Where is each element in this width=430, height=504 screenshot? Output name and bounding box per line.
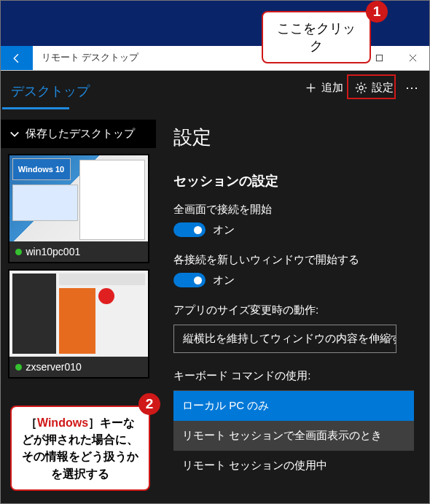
badge-1-text: 1 [373,4,381,20]
resize-value: 縦横比を維持してウィンドウの内容を伸縮す [183,332,396,344]
more-button[interactable]: ⋯ [405,80,419,96]
tab-desktop[interactable]: デスクトップ [1,78,100,107]
desktop-thumbnail [9,271,148,357]
maximize-icon [375,54,383,62]
add-label: 追加 [321,81,343,95]
new-window-toggle[interactable]: オン [173,273,416,287]
annotation-badge-1: 1 [366,1,388,23]
add-button[interactable]: 追加 [305,81,343,95]
settings-panel: 設定 セッションの設定 全画面で接続を開始 オン 各接続を新しいウィンドウで開始… [156,104,429,503]
keyboard-option-local[interactable]: ローカル PC のみ [173,391,414,421]
toolbar: 追加 設定 ⋯ [156,71,429,104]
tab-underline [2,107,69,109]
saved-desktops-header[interactable]: 保存したデスクトップ [1,120,156,148]
desktop-card[interactable]: Windows 10 win10pc001 [8,154,149,263]
fullscreen-label: 全画面で接続を開始 [173,203,416,217]
callout-1-text: ここをクリック [277,21,356,53]
desktop-name: zxserver010 [26,361,82,373]
back-button[interactable] [1,46,33,70]
desktop-thumbnail: Windows 10 [9,155,148,241]
desktop-card-label: win10pc001 [9,241,148,262]
gear-icon [355,82,367,94]
ellipsis-icon: ⋯ [405,80,419,96]
toggle-track [173,273,206,287]
desktop-card-label: zxserver010 [9,357,148,377]
toggle-state-text: オン [213,223,235,237]
plus-icon [305,82,317,94]
back-arrow-icon [10,52,23,65]
status-dot-icon [15,249,22,255]
close-button[interactable] [396,46,429,71]
page-title: 設定 [173,125,416,150]
keyboard-label: キーボード コマンドの使用: [173,369,416,383]
saved-desktops-label: 保存したデスクトップ [26,127,135,141]
svg-point-6 [359,85,363,89]
chevron-down-icon [9,129,20,139]
new-window-label: 各接続を新しいウィンドウで開始する [173,253,416,267]
keyboard-option-fullscreen[interactable]: リモート セッションで全画面表示のとき [173,421,414,451]
settings-label: 設定 [372,81,394,95]
callout-1: ここをクリック [262,11,371,63]
session-section-title: セッションの設定 [173,172,416,190]
settings-button[interactable]: 設定 [355,81,394,95]
toggle-track [173,222,206,237]
status-dot-icon [15,364,22,371]
callout-2: ［Windows］キーなどが押された場合に、その情報をどう扱うかを選択する [10,406,150,491]
svg-rect-1 [376,55,382,61]
resize-label: アプリのサイズ変更時の動作: [173,303,416,317]
toggle-state-text: オン [213,274,235,287]
resize-select[interactable]: 縦横比を維持してウィンドウの内容を伸縮す [173,325,396,353]
desktop-name: win10pc001 [26,246,81,257]
keyboard-options-list: ローカル PC のみ リモート セッションで全画面表示のとき リモート セッショ… [173,390,414,481]
badge-2-text: 2 [146,396,154,412]
annotation-badge-2: 2 [138,393,160,415]
desktop-card[interactable]: zxserver010 [8,269,149,379]
fullscreen-toggle[interactable]: オン [173,222,416,237]
close-icon [409,54,417,62]
keyboard-option-session[interactable]: リモート セッションの使用中 [173,451,414,481]
